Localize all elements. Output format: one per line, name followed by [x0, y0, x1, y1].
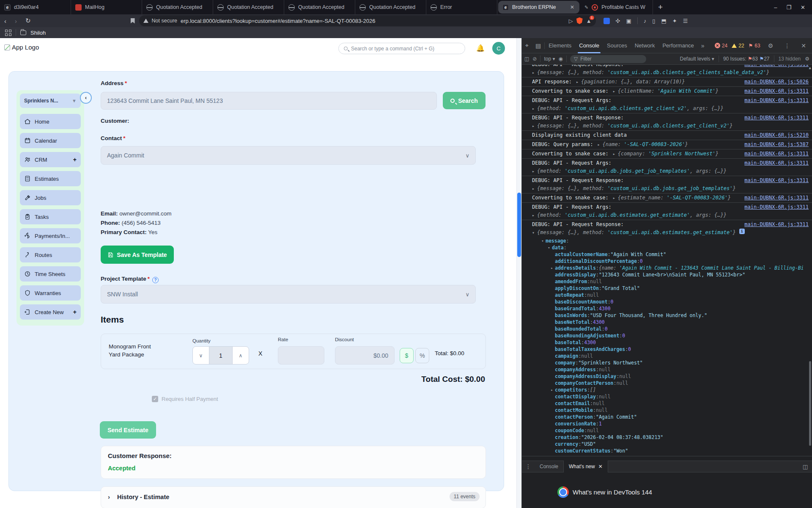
tree-property[interactable]: companyAddressDisplay: null: [522, 373, 812, 380]
url-text[interactable]: erp.local:8000/clients?lookup=customer#/…: [181, 18, 565, 24]
browser-tab[interactable]: Error: [426, 0, 497, 14]
console-settings-gear-icon[interactable]: ⚙: [805, 56, 809, 62]
settings-gear-icon[interactable]: ⚙: [765, 42, 777, 49]
console-message[interactable]: DEBUG: API - Request Response:main-DUBNX…: [522, 113, 812, 131]
tree-property[interactable]: conversionRate: 1: [522, 420, 812, 427]
tree-property[interactable]: campaign: null: [522, 353, 812, 359]
console-message[interactable]: DEBUG: API - Request Response:main-DUBNX…: [522, 65, 812, 77]
expand-arrow-icon[interactable]: ▸: [549, 387, 555, 393]
expand-arrow-icon[interactable]: ▸: [613, 87, 615, 95]
send-estimate-button[interactable]: Send Estimate: [100, 421, 156, 439]
console-message[interactable]: DEBUG: API - Request Args:main-DUBNX-6R.…: [522, 159, 812, 176]
object-preview[interactable]: {message: {…}, method: 'custom_ui.api.db…: [537, 229, 736, 237]
rewards-icon[interactable]: ▲1: [586, 18, 592, 24]
context-selector[interactable]: top ▾: [544, 56, 555, 62]
window-minimize-button[interactable]: –: [774, 4, 777, 11]
console-message[interactable]: Converting to snake case:▸{estimate_name…: [522, 193, 812, 203]
source-link[interactable]: main-DUBNX-6R.js:3311: [739, 203, 809, 211]
tree-property[interactable]: contactDisplay: null: [522, 393, 812, 400]
console-message[interactable]: DEBUG: Query params:▸{name: '-SAL-QT-000…: [522, 140, 812, 149]
expand-arrow-icon[interactable]: ▸: [532, 69, 535, 77]
drawer-kebab-icon[interactable]: ⋮: [522, 463, 535, 470]
scrollbar-thumb[interactable]: [517, 193, 521, 257]
devtools-tab-network[interactable]: Network: [631, 38, 659, 53]
console-message[interactable]: Converting to snake case:▸{company: 'Spr…: [522, 149, 812, 159]
expand-arrow-icon[interactable]: ▸: [532, 185, 535, 193]
tree-node[interactable]: ▾data:: [522, 244, 812, 251]
tree-property[interactable]: currency: "USD": [522, 441, 812, 447]
source-link[interactable]: main-DUBNX-6R.js:3311: [739, 194, 809, 202]
project-template-select[interactable]: SNW Install∨: [101, 285, 476, 304]
tree-property[interactable]: addressDisplay: "123643 Commit Lane<br>\…: [522, 271, 812, 278]
expand-arrow-icon[interactable]: ▸: [532, 167, 535, 175]
object-preview[interactable]: {message: {…}, method: 'custom_ui.api.db…: [537, 69, 769, 77]
expand-arrow-icon[interactable]: ▸: [613, 150, 615, 158]
rate-input[interactable]: [278, 346, 324, 364]
devtools-tab-elements[interactable]: Elements: [545, 38, 575, 53]
media-icon[interactable]: ♪: [644, 18, 647, 24]
tree-property[interactable]: baseInWords: "USD Four Thousand, Three H…: [522, 312, 812, 319]
devtools-tab-performance[interactable]: Performance: [658, 38, 697, 53]
inspect-icon[interactable]: ⌖: [522, 42, 532, 49]
expand-arrow-icon[interactable]: ▾: [540, 237, 546, 244]
discount-dollar-button[interactable]: $: [400, 348, 414, 363]
source-link[interactable]: main-DUBNX-6R.js:5387: [739, 141, 809, 149]
console-message[interactable]: DEBUG: API - Request Response:main-DUBNX…: [522, 220, 812, 456]
issues-summary[interactable]: 90 Issues: ⚑63 ⚑27: [723, 56, 770, 62]
page-scrollbar[interactable]: [516, 38, 521, 508]
console-message[interactable]: Converting to snake case:▸{clientName: '…: [522, 87, 812, 96]
source-link[interactable]: main-DUBNX-6R.js:3311: [739, 177, 809, 185]
source-link[interactable]: main-DUBNX-6R.js:3311: [739, 221, 809, 229]
leo-ai-icon[interactable]: ✦: [672, 18, 677, 24]
tree-property[interactable]: autoRepeat: null: [522, 292, 812, 298]
object-preview[interactable]: {company: 'Sprinklers Northwest'}: [618, 150, 719, 158]
browser-tab[interactable]: ✎Profitable Casts W: [580, 0, 653, 14]
error-count[interactable]: ✕24: [715, 43, 727, 49]
notifications-bell-icon[interactable]: 🔔: [476, 44, 485, 52]
tab-close-icon[interactable]: ✕: [569, 4, 575, 10]
browser-tab[interactable]: Quotation Accepted: [355, 0, 426, 14]
browser-tab[interactable]: MailHog: [71, 0, 142, 14]
console-message[interactable]: DEBUG: API - Request Args:main-DUBNX-6R.…: [522, 203, 812, 220]
tree-property[interactable]: baseTotalTaxesAndCharges: 0: [522, 346, 812, 353]
console-sidebar-icon[interactable]: ◫: [524, 56, 529, 62]
address-input[interactable]: 123643 Commit Lane Saint Paul, MN 55123: [101, 92, 437, 110]
console-message[interactable]: Displaying existing client datamain-DUBN…: [522, 131, 812, 140]
dock-panel-icon[interactable]: ◫: [803, 464, 812, 470]
source-link[interactable]: main-DUBNX-6R.js:3311: [739, 65, 809, 69]
extension-icon[interactable]: ▣: [626, 18, 631, 24]
help-icon[interactable]: ?: [152, 277, 159, 283]
drawer-tab-what-s-new[interactable]: What's new✕: [563, 461, 608, 472]
expand-arrow-icon[interactable]: ▸: [532, 211, 535, 219]
tree-property[interactable]: customCurrentStatus: "Won": [522, 447, 812, 454]
tree-node[interactable]: ▾message:: [522, 237, 812, 244]
source-link[interactable]: main-DUBNX-6R.js:3311: [739, 97, 809, 105]
source-link[interactable]: main-DUBNX-6R.js:5026: [739, 78, 809, 86]
tree-property[interactable]: companyAddress: null: [522, 366, 812, 373]
browser-tab[interactable]: Quotation Accepted: [213, 0, 284, 14]
kebab-menu-icon[interactable]: ⋮: [781, 42, 793, 49]
console-message[interactable]: DEBUG: API - Request Response:main-DUBNX…: [522, 176, 812, 193]
tree-property[interactable]: creation: "2026-02-04 08:37:48.038213": [522, 434, 812, 441]
tree-property[interactable]: baseGrandTotal: 4300: [522, 305, 812, 312]
expand-arrow-icon[interactable]: ▸: [613, 194, 615, 202]
source-link[interactable]: main-DUBNX-6R.js:3311: [739, 114, 809, 122]
back-button[interactable]: ‹: [0, 17, 11, 25]
object-preview[interactable]: {estimate_name: '-SAL-QT-00083-2026'}: [618, 194, 731, 202]
expand-arrow-icon[interactable]: ▸: [532, 122, 535, 130]
quantity-decrease-button[interactable]: ∨: [193, 347, 209, 364]
object-preview[interactable]: {method: 'custom_ui.api.db.jobs.get_job_…: [537, 167, 727, 175]
clear-console-icon[interactable]: ⊘: [532, 56, 537, 62]
object-preview[interactable]: {method: 'custom_ui.api.db.estimates.get…: [537, 211, 727, 219]
window-close-button[interactable]: ✕: [801, 4, 805, 11]
drawer-tab-console[interactable]: Console: [535, 461, 563, 472]
app-logo[interactable]: App Logo: [4, 44, 39, 51]
devtools-tab-console[interactable]: Console: [575, 38, 603, 53]
object-preview[interactable]: {message: {…}, method: 'custom_ui.api.db…: [537, 185, 736, 193]
tree-property[interactable]: baseRoundingAdjustment: 0: [522, 332, 812, 339]
source-link[interactable]: main-DUBNX-6R.js:3311: [739, 159, 809, 167]
source-link[interactable]: main-DUBNX-6R.js:3311: [739, 150, 809, 158]
source-link[interactable]: main-DUBNX-6R.js:3311: [739, 87, 809, 95]
tree-property[interactable]: applyDiscountOn: "Grand Total": [522, 285, 812, 292]
expand-arrow-icon[interactable]: ▸: [532, 105, 535, 113]
